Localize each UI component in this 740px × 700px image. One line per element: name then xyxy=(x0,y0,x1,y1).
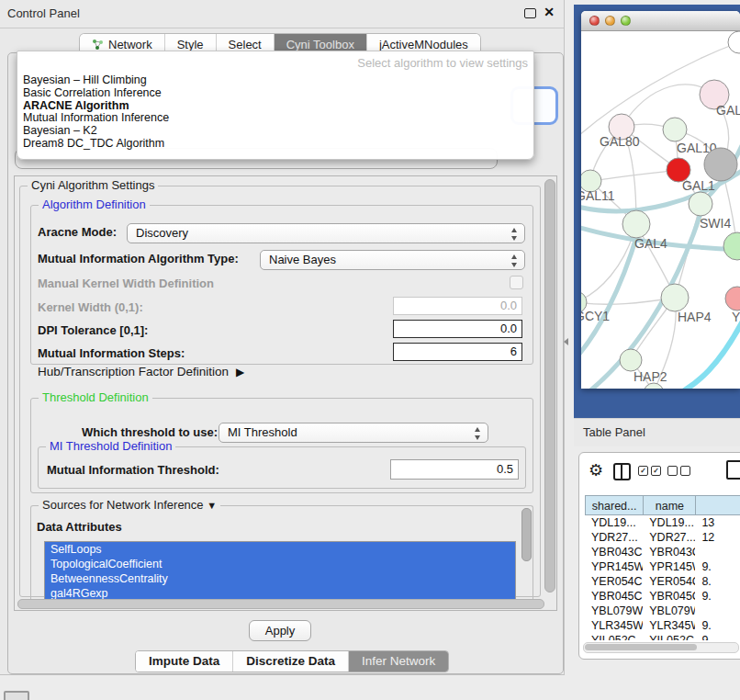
dropdown-item-aracne-algorithm[interactable]: ARACNE Algorithm xyxy=(23,100,528,113)
data-attributes-label: Data Attributes xyxy=(37,520,122,534)
aracne-mode-value: Discovery xyxy=(136,226,188,240)
network-node[interactable] xyxy=(704,148,737,181)
table-row[interactable]: YDL19...YDL19...13 xyxy=(585,515,740,530)
checked-checkbox-icon[interactable]: ✓ xyxy=(651,466,661,476)
network-node-gal10[interactable] xyxy=(663,118,687,141)
network-graph-canvas[interactable]: GALGAL80GAL10GAL1GAL11SWI4GAL4GCY1HAP4YH… xyxy=(581,31,740,389)
table-row[interactable]: YBR045CYBR045C9. xyxy=(585,589,740,604)
algorithm-dropdown-popup: Select algorithm to view settings Bayesi… xyxy=(17,51,534,160)
table-row[interactable]: YBL079WYBL079W xyxy=(585,604,740,618)
node-label-y: Y xyxy=(732,310,740,324)
table-horizontal-scrollbar[interactable] xyxy=(583,642,739,653)
dropdown-item-bayesian-hill-climbing[interactable]: Bayesian – Hill Climbing xyxy=(23,74,528,87)
table-cell: YER054C xyxy=(643,574,695,589)
column-header-shared[interactable]: shared... xyxy=(585,495,643,515)
column-header-name[interactable]: name xyxy=(643,495,695,515)
aracne-mode-label: Aracne Mode: xyxy=(38,225,117,239)
window-minimize-button[interactable] xyxy=(605,16,615,26)
which-threshold-combo[interactable]: MI Threshold xyxy=(219,423,488,443)
table-cell: YDL19... xyxy=(643,515,695,530)
table-cell: YBR045C xyxy=(643,589,695,604)
table-panel-titlebar: Table Panel xyxy=(574,418,740,446)
dropdown-item-dream8-dc-tdc-algorithm[interactable]: Dream8 DC_TDC Algorithm xyxy=(23,138,528,151)
unchecked-checkbox-icon[interactable] xyxy=(680,466,690,476)
float-panel-icon[interactable] xyxy=(524,8,536,18)
settings-scroll-area: Cyni Algorithm Settings Algorithm Defini… xyxy=(14,175,557,611)
mi-type-combo[interactable]: Naive Bayes xyxy=(260,250,525,270)
attribute-item-betweennesscentrality[interactable]: BetweennessCentrality xyxy=(45,571,515,586)
network-edge[interactable] xyxy=(581,231,638,360)
hub-definition-expander[interactable]: Hub/Transcription Factor Definition ▶ xyxy=(38,365,244,378)
manual-kernel-checkbox[interactable] xyxy=(510,276,523,289)
table-row[interactable]: YIL052CYIL052C9. xyxy=(585,633,740,640)
table-row[interactable]: YLR345WYLR345W9. xyxy=(585,618,740,633)
window-zoom-button[interactable] xyxy=(621,16,631,26)
dpi-tolerance-input[interactable]: 0.0 xyxy=(393,320,522,338)
mi-threshold-input[interactable]: 0.5 xyxy=(390,459,519,480)
dropdown-item-basic-correlation-inference[interactable]: Basic Correlation Inference xyxy=(23,87,528,100)
network-view-window: GALGAL80GAL10GAL1GAL11SWI4GAL4GCY1HAP4YH… xyxy=(581,11,740,389)
mi-steps-input[interactable]: 6 xyxy=(393,343,522,361)
table-row[interactable]: YPR145WYPR145W9. xyxy=(585,559,740,574)
table-cell: YBR043C xyxy=(585,545,643,559)
panel-splitter-handle[interactable] xyxy=(564,338,568,345)
settings-vertical-scrollbar[interactable] xyxy=(544,179,555,594)
window-grip-icon[interactable] xyxy=(4,691,29,700)
combo-stepper-icon[interactable] xyxy=(510,228,519,241)
algorithm-definition-group: Algorithm Definition Aracne Mode: Discov… xyxy=(30,205,533,365)
group-title: MI Threshold Definition xyxy=(46,439,175,453)
tab-infer-network[interactable]: Infer Network xyxy=(349,651,448,672)
network-node-swi4[interactable] xyxy=(689,192,712,216)
document-icon[interactable] xyxy=(726,460,740,480)
hub-definition-label: Hub/Transcription Factor Definition xyxy=(38,365,229,378)
node-label-gcy1: GCY1 xyxy=(581,309,610,323)
close-icon[interactable]: ✕ xyxy=(544,5,555,19)
control-panel-titlebar: Control Panel ✕ xyxy=(0,0,564,28)
column-layout-icon[interactable] xyxy=(613,463,631,480)
table-cell: YLR345W xyxy=(643,618,695,633)
kernel-width-input[interactable]: 0.0 xyxy=(393,297,522,315)
collapse-arrow-icon[interactable]: ▼ xyxy=(207,500,217,511)
network-node[interactable] xyxy=(728,31,740,53)
table-cell: 9. xyxy=(695,559,740,574)
table-cell xyxy=(695,545,740,559)
network-node-hap4[interactable] xyxy=(661,284,689,311)
aracne-mode-combo[interactable]: Discovery xyxy=(127,223,525,243)
expand-arrow-icon[interactable]: ▶ xyxy=(236,366,244,378)
combo-stepper-icon[interactable] xyxy=(510,254,519,267)
network-node-gal4[interactable] xyxy=(622,210,650,238)
node-label-gal1: GAL1 xyxy=(682,178,715,193)
network-node[interactable] xyxy=(723,232,740,260)
combo-stepper-icon[interactable] xyxy=(473,427,482,440)
table-row[interactable]: YER054CYER054C8. xyxy=(585,574,740,589)
attributes-scrollbar[interactable] xyxy=(521,508,532,561)
network-node-y[interactable] xyxy=(725,287,740,310)
unchecked-checkbox-icon[interactable] xyxy=(667,466,678,476)
table-body: YDL19...YDL19...13YDR27...YDR27...12YBR0… xyxy=(585,515,740,640)
network-icon xyxy=(92,39,104,51)
cyni-algorithm-settings-group: Cyni Algorithm Settings Algorithm Defini… xyxy=(19,186,541,597)
window-close-button[interactable] xyxy=(589,16,600,26)
attribute-item-topologicalcoefficient[interactable]: TopologicalCoefficient xyxy=(45,557,515,571)
tab-impute-data[interactable]: Impute Data xyxy=(136,651,233,672)
table-cell: YBR043C xyxy=(643,545,695,559)
tab-discretize-data[interactable]: Discretize Data xyxy=(233,651,349,672)
network-edge[interactable] xyxy=(666,314,740,389)
group-title: Threshold Definition xyxy=(39,390,152,404)
group-title: Cyni Algorithm Settings xyxy=(28,178,158,192)
network-node-hap2[interactable] xyxy=(620,349,642,371)
dropdown-item-bayesian-k2[interactable]: Bayesian – K2 xyxy=(23,125,528,138)
gear-icon[interactable]: ⚙ xyxy=(589,462,603,479)
node-label-gal: GAL xyxy=(716,103,740,118)
column-header-2[interactable] xyxy=(695,495,740,515)
control-panel-window: Control Panel ✕ NetworkStyleSelectCyni T… xyxy=(0,0,565,675)
settings-horizontal-scrollbar[interactable] xyxy=(17,599,543,608)
data-attributes-list[interactable]: SelfLoopsTopologicalCoefficientBetweenne… xyxy=(44,541,516,603)
table-row[interactable]: YBR043CYBR043C xyxy=(585,545,740,559)
dropdown-item-mutual-information-inference[interactable]: Mutual Information Inference xyxy=(23,112,528,125)
attribute-item-selfloops[interactable]: SelfLoops xyxy=(45,542,515,557)
table-cell: YPR145W xyxy=(643,559,695,574)
apply-button[interactable]: Apply xyxy=(249,620,311,641)
table-row[interactable]: YDR27...YDR27...12 xyxy=(585,530,740,545)
checked-checkbox-icon[interactable]: ✓ xyxy=(638,466,648,476)
